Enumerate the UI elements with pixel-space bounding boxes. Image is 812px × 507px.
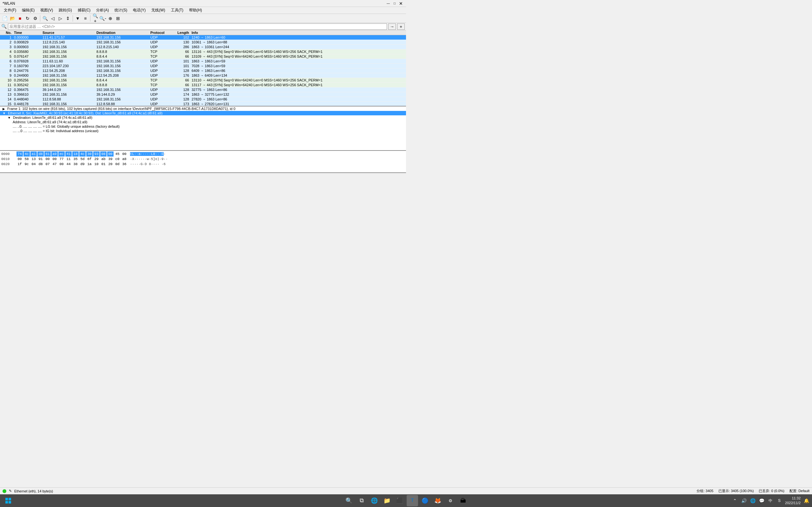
toolbar-zoom-out-button[interactable]: 🔍- <box>99 15 106 22</box>
packet-list[interactable]: No. Time Source Destination Protocol Len… <box>0 31 406 107</box>
toolbar-filter-button[interactable]: ≡ <box>82 15 89 22</box>
hex-byte[interactable]: 29 <box>93 157 100 162</box>
hex-byte[interactable]: 74 <box>16 152 23 157</box>
table-row[interactable]: 6 0.076928 111.63.11.60 192.168.31.156 U… <box>0 59 406 64</box>
hex-byte[interactable]: 77 <box>58 157 65 162</box>
hex-byte[interactable]: c0 <box>114 157 120 162</box>
table-row[interactable]: 5 0.076147 192.168.31.156 8.8.4.4 TCP 66… <box>0 54 406 59</box>
table-row[interactable]: 14 0.448040 112.8.58.88 192.168.31.156 U… <box>0 97 406 102</box>
hex-byte[interactable]: 01 <box>100 162 107 167</box>
hex-byte[interactable]: a9 <box>51 152 58 157</box>
toolbar-stop-button[interactable]: ■ <box>16 15 23 22</box>
table-row[interactable]: 3 0.000903 192.168.31.156 112.8.215.140 … <box>0 45 406 49</box>
table-row[interactable]: 11 0.305242 192.168.31.156 8.8.8.8 TCP 6… <box>0 83 406 88</box>
hex-byte[interactable]: 6f <box>86 157 93 162</box>
hex-byte[interactable]: 04 <box>31 162 37 167</box>
hex-byte[interactable]: 9c <box>23 162 30 167</box>
menu-item-v[interactable]: 视图(V) <box>38 7 55 14</box>
hex-byte[interactable]: 1f <box>16 162 23 167</box>
hex-byte[interactable]: 00 <box>121 152 128 157</box>
hex-byte[interactable]: 00 <box>107 152 113 157</box>
detail-ig-row[interactable]: .... ...0 .... .... .... .... = IG bit: … <box>0 129 406 133</box>
hex-byte[interactable]: 00 <box>58 162 65 167</box>
table-row[interactable]: 4 0.035680 192.168.31.156 8.8.8.8 TCP 66… <box>0 49 406 54</box>
menu-item-e[interactable]: 编辑(E) <box>19 7 37 14</box>
hex-byte[interactable]: 93 <box>93 152 100 157</box>
hex-byte[interactable]: 00 <box>44 157 51 162</box>
hex-byte[interactable]: 30 <box>86 152 93 157</box>
hex-byte[interactable]: d8 <box>38 152 44 157</box>
hex-byte[interactable]: 39 <box>107 157 113 162</box>
menu-item-a[interactable]: 分析(A) <box>94 7 111 14</box>
hex-byte[interactable]: 0d <box>114 162 120 167</box>
hex-byte[interactable]: 1a <box>86 162 93 167</box>
table-row[interactable]: 15 0.448178 192.168.31.156 112.8.58.88 U… <box>0 102 406 107</box>
toolbar-prefs-button[interactable]: ⚙ <box>32 15 39 22</box>
detail-dest-row[interactable]: ▼ Destination: LiteonTe_d8:61:a9 (74:4c:… <box>0 115 406 120</box>
filter-arrow-button[interactable]: → <box>388 23 396 30</box>
toolbar-scroll-button[interactable]: ⇕ <box>64 15 71 22</box>
hex-byte[interactable]: 91 <box>38 157 44 162</box>
toolbar-resize-button[interactable]: ⊞ <box>114 15 121 22</box>
toolbar-zoom-in-button[interactable]: 🔍+ <box>92 15 99 22</box>
hex-byte[interactable]: 4c <box>23 152 30 157</box>
filter-input[interactable] <box>8 23 387 30</box>
minimize-button[interactable]: — <box>386 1 391 6</box>
hex-byte[interactable]: 4c <box>79 152 86 157</box>
detail-frame-row[interactable]: ▶ Frame 1: 102 bytes on wire (816 bits),… <box>0 107 406 111</box>
hex-byte[interactable]: 44 <box>65 162 72 167</box>
maximize-button[interactable]: □ <box>392 1 397 6</box>
hex-byte[interactable]: 38 <box>72 162 79 167</box>
toolbar-search-button[interactable]: 🔍 <box>42 15 49 22</box>
hex-byte[interactable]: d9 <box>79 162 86 167</box>
hex-byte[interactable]: 47 <box>51 162 58 167</box>
table-row[interactable]: 12 0.396475 39.144.0.29 192.168.31.156 U… <box>0 88 406 92</box>
menu-item-s[interactable]: 统计(S) <box>112 7 130 14</box>
toolbar-nav-fwd-button[interactable]: ▷ <box>57 15 64 22</box>
toolbar-new-button[interactable]: 📄 <box>1 15 8 22</box>
menu-item-c[interactable]: 捕获(C) <box>75 7 93 14</box>
table-row[interactable]: 1 0.000000 111.41.171.57 192.168.31.156 … <box>0 35 406 40</box>
table-row[interactable]: 13 0.396610 192.168.31.156 39.144.0.29 U… <box>0 92 406 97</box>
table-row[interactable]: 7 0.160790 223.104.187.230 192.168.31.15… <box>0 64 406 68</box>
detail-addr-row[interactable]: Address: LiteonTe_d8:61:a9 (74:4c:a1:d8:… <box>0 120 406 124</box>
toolbar-open-button[interactable]: 📂 <box>9 15 16 22</box>
hex-byte[interactable]: 61 <box>44 152 51 157</box>
hex-byte[interactable]: 08 <box>100 152 107 157</box>
toolbar-zoom-reset-button[interactable]: ⊕ <box>107 15 114 22</box>
hex-byte[interactable]: 11 <box>65 157 72 162</box>
hex-byte[interactable]: 36 <box>121 162 128 167</box>
menu-item-w[interactable]: 无线(W) <box>149 7 167 14</box>
hex-byte[interactable]: 5d <box>79 157 86 162</box>
menu-item-g[interactable]: 跳转(G) <box>56 7 74 14</box>
hex-byte[interactable]: 07 <box>44 162 51 167</box>
hex-byte[interactable]: ec <box>58 152 65 157</box>
table-row[interactable]: 9 0.244900 192.168.31.156 112.54.25.208 … <box>0 73 406 78</box>
hex-byte[interactable]: d8 <box>38 162 44 167</box>
table-row[interactable]: 2 0.000829 112.8.215.140 192.168.31.156 … <box>0 40 406 45</box>
hex-byte[interactable]: ab <box>100 157 107 162</box>
table-row[interactable]: 8 0.244776 112.54.25.208 192.168.31.156 … <box>0 68 406 73</box>
detail-lg-row[interactable]: .... ..0. .... .... .... .... = LG bit: … <box>0 124 406 129</box>
toolbar-nav-back-button[interactable]: ◁ <box>49 15 56 22</box>
close-button[interactable]: ✕ <box>398 1 403 6</box>
hex-byte[interactable]: 00 <box>16 157 23 162</box>
hex-byte[interactable]: 45 <box>114 152 120 157</box>
menu-item-y[interactable]: 电话(Y) <box>131 7 148 14</box>
hex-byte[interactable]: 35 <box>72 157 79 162</box>
toolbar-restart-button[interactable]: ↻ <box>24 15 31 22</box>
menu-item-h[interactable]: 帮助(H) <box>187 7 205 14</box>
hex-byte[interactable]: 13 <box>31 157 37 162</box>
detail-ethernet-row[interactable]: ▼ Ethernet II, Src: XiaoMIEl_4c:30:93 (e… <box>0 111 406 115</box>
hex-byte[interactable]: 00 <box>51 157 58 162</box>
filter-add-button[interactable]: + <box>397 23 405 30</box>
hex-byte[interactable]: a8 <box>121 157 128 162</box>
table-row[interactable]: 10 0.295256 192.168.31.156 8.8.4.4 TCP 6… <box>0 78 406 83</box>
hex-byte[interactable]: 41 <box>65 152 72 157</box>
menu-item-f[interactable]: 文件(F) <box>1 7 19 14</box>
hex-byte[interactable]: 58 <box>23 157 30 162</box>
hex-byte[interactable]: 10 <box>93 162 100 167</box>
toolbar-capture-button[interactable]: ▼ <box>74 15 81 22</box>
menu-item-t[interactable]: 工具(T) <box>168 7 186 14</box>
hex-dump[interactable]: 0000744ca1d861a9ec41184c309308004500tL··… <box>0 151 406 173</box>
